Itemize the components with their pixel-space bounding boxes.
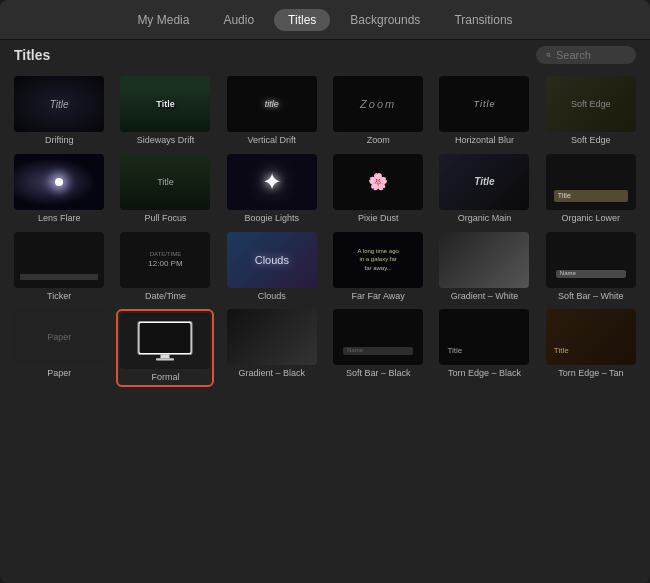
thumb-zoom: Zoom <box>333 76 423 132</box>
list-item[interactable]: Title Horizontal Blur <box>435 76 533 146</box>
thumb-ticker <box>14 232 104 288</box>
svg-line-1 <box>549 56 550 57</box>
thumb-sideways-drift: Title <box>120 76 210 132</box>
thumb-vertical-drift: title <box>227 76 317 132</box>
list-item[interactable]: Ticker <box>10 232 108 302</box>
monitor-icon <box>135 320 195 362</box>
tab-backgrounds[interactable]: Backgrounds <box>336 9 434 31</box>
thumb-softbar-black: Name <box>333 309 423 365</box>
list-item[interactable]: Name Soft Bar – White <box>542 232 640 302</box>
list-item[interactable]: DATE/TIME 12:00 PM Date/Time <box>116 232 214 302</box>
titles-grid: Title Drifting Title Sideways Drift titl… <box>10 76 640 387</box>
thumb-faraway: A long time agoin a galaxy farfar away..… <box>333 232 423 288</box>
list-item[interactable]: 🌸 Pixie Dust <box>329 154 427 224</box>
tab-transitions[interactable]: Transitions <box>440 9 526 31</box>
list-item[interactable]: Formal <box>116 309 214 387</box>
list-item[interactable]: ✦ Boogie Lights <box>223 154 321 224</box>
thumb-drifting: Title <box>14 76 104 132</box>
svg-rect-3 <box>140 323 191 353</box>
thumb-soft-edge: Soft Edge <box>546 76 636 132</box>
tab-audio[interactable]: Audio <box>209 9 268 31</box>
tab-bar: My Media Audio Titles Backgrounds Transi… <box>0 0 650 40</box>
thumb-clouds: Clouds <box>227 232 317 288</box>
list-item[interactable]: Gradient – White <box>435 232 533 302</box>
thumb-gradient-white <box>439 232 529 288</box>
thumb-gradient-black <box>227 309 317 365</box>
list-item[interactable]: Title Sideways Drift <box>116 76 214 146</box>
thumb-organic-main: Title <box>439 154 529 210</box>
list-item[interactable]: title Vertical Drift <box>223 76 321 146</box>
formal-selected-wrapper: Formal <box>116 309 214 387</box>
list-item[interactable]: Title Organic Lower <box>542 154 640 224</box>
tab-titles[interactable]: Titles <box>274 9 330 31</box>
list-item[interactable]: Soft Edge Soft Edge <box>542 76 640 146</box>
thumb-formal <box>120 313 210 369</box>
list-item[interactable]: Title Torn Edge – Tan <box>542 309 640 387</box>
list-item[interactable]: Title Torn Edge – Black <box>435 309 533 387</box>
thumb-datetime: DATE/TIME 12:00 PM <box>120 232 210 288</box>
list-item[interactable]: Clouds Clouds <box>223 232 321 302</box>
list-item[interactable]: Paper Paper <box>10 309 108 387</box>
thumb-pixie-dust: 🌸 <box>333 154 423 210</box>
list-item[interactable]: Name Soft Bar – Black <box>329 309 427 387</box>
thumb-boogie-lights: ✦ <box>227 154 317 210</box>
thumb-tornedge-tan: Title <box>546 309 636 365</box>
list-item[interactable]: Lens Flare <box>10 154 108 224</box>
thumb-tornedge-black: Title <box>439 309 529 365</box>
list-item[interactable]: Gradient – Black <box>223 309 321 387</box>
thumb-softbar-white: Name <box>546 232 636 288</box>
section-title: Titles <box>14 47 50 63</box>
svg-rect-4 <box>161 355 170 359</box>
search-input[interactable] <box>556 49 626 61</box>
thumb-lens-flare <box>14 154 104 210</box>
thumb-pull-focus: Title <box>120 154 210 210</box>
list-item[interactable]: Title Drifting <box>10 76 108 146</box>
svg-point-0 <box>547 53 550 56</box>
list-item[interactable]: Zoom Zoom <box>329 76 427 146</box>
thumb-horizontal-blur: Title <box>439 76 529 132</box>
list-item[interactable]: A long time agoin a galaxy farfar away..… <box>329 232 427 302</box>
search-box[interactable] <box>536 46 636 64</box>
thumb-paper: Paper <box>14 309 104 365</box>
thumb-organic-lower: Title <box>546 154 636 210</box>
list-item[interactable]: Title Organic Main <box>435 154 533 224</box>
svg-rect-5 <box>156 359 174 361</box>
tab-my-media[interactable]: My Media <box>123 9 203 31</box>
main-window: My Media Audio Titles Backgrounds Transi… <box>0 0 650 583</box>
search-icon <box>546 49 551 61</box>
grid-container: Title Drifting Title Sideways Drift titl… <box>0 70 650 583</box>
list-item[interactable]: Title Pull Focus <box>116 154 214 224</box>
section-header: Titles <box>0 40 650 70</box>
